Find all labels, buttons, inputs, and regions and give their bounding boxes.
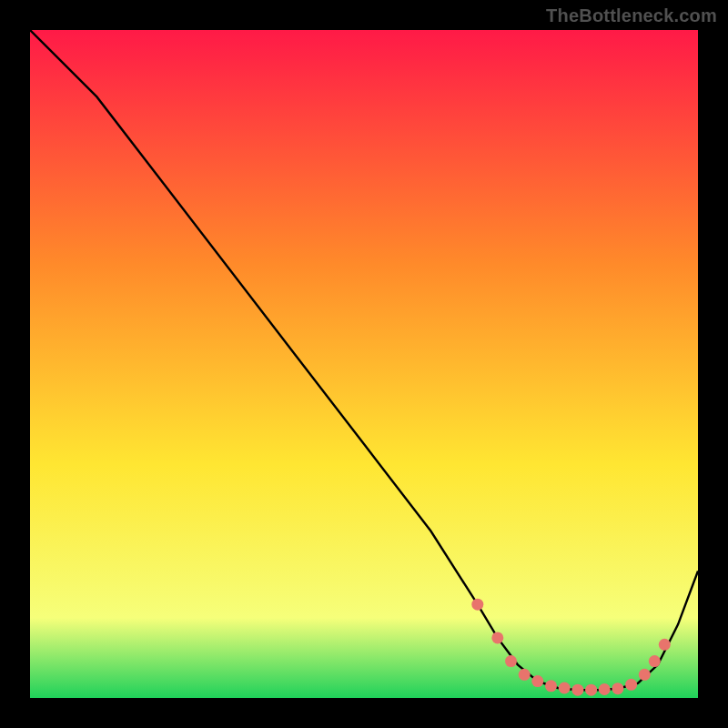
curve-marker (471, 599, 483, 611)
curve-marker (491, 632, 503, 643)
curve-marker (559, 682, 571, 694)
curve-marker (639, 669, 651, 681)
curve-marker (649, 655, 661, 667)
chart-stage: TheBottleneck.com (0, 0, 728, 728)
curve-marker (625, 679, 637, 691)
gradient-background (30, 30, 698, 698)
curve-marker (612, 682, 623, 694)
watermark-text: TheBottleneck.com (546, 5, 717, 26)
curve-marker (531, 675, 543, 687)
curve-marker (659, 639, 671, 651)
curve-marker (519, 669, 531, 681)
curve-marker (585, 684, 597, 696)
curve-marker (505, 655, 517, 667)
plot-svg (30, 30, 698, 698)
plot-area (30, 30, 698, 698)
curve-marker (545, 680, 557, 692)
curve-marker (571, 684, 583, 696)
curve-marker (599, 683, 611, 695)
